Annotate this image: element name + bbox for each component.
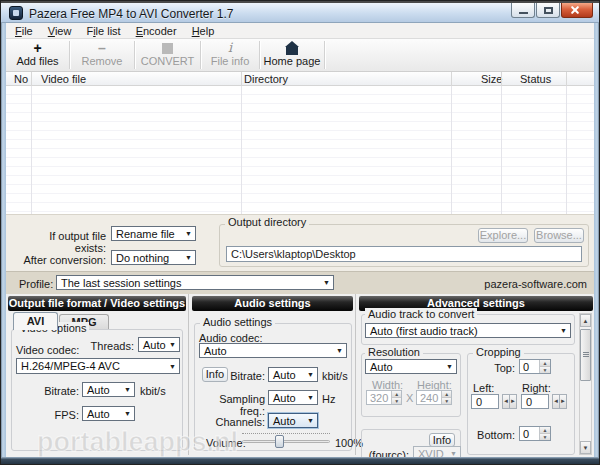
website-link[interactable]: pazera-software.com bbox=[484, 278, 587, 290]
resolution-x-label: X bbox=[406, 392, 413, 404]
volume-slider-thumb[interactable] bbox=[275, 435, 284, 448]
close-button[interactable] bbox=[561, 3, 593, 18]
height-stepper[interactable]: 240 ▲▼ bbox=[416, 390, 452, 405]
spin-down-icon[interactable]: ▼ bbox=[540, 367, 550, 373]
file-list-body[interactable] bbox=[6, 86, 596, 214]
sampling-freq-select[interactable]: Auto▼ bbox=[268, 390, 318, 405]
chevron-down-icon: ▼ bbox=[557, 324, 570, 337]
audio-track-label: Audio track to convert bbox=[365, 308, 477, 320]
maximize-icon bbox=[544, 7, 553, 14]
column-status[interactable]: Status bbox=[520, 73, 551, 85]
home-page-button[interactable]: Home page bbox=[260, 39, 324, 71]
video-codec-select[interactable]: H.264/MPEG-4 AVC▼ bbox=[16, 358, 180, 374]
threads-select[interactable]: Auto▼ bbox=[138, 337, 180, 352]
chevron-down-icon: ▼ bbox=[333, 344, 346, 357]
output-directory-input[interactable]: C:\Users\klaptop\Desktop bbox=[226, 246, 582, 262]
arrow-left-icon: ◄ bbox=[502, 394, 509, 409]
file-list-header[interactable]: No Video file Directory Size Status bbox=[6, 72, 596, 86]
app-window: Pazera Free MP4 to AVI Converter 1.7 Fil… bbox=[0, 0, 600, 465]
chevron-down-icon: ▼ bbox=[443, 360, 456, 373]
menu-file-list[interactable]: File list bbox=[81, 24, 125, 38]
chevron-down-icon: ▼ bbox=[304, 414, 317, 427]
title-bar[interactable]: Pazera Free MP4 to AVI Converter 1.7 bbox=[1, 3, 600, 23]
chevron-down-icon: ▼ bbox=[121, 383, 134, 396]
audio-settings-label: Audio settings bbox=[200, 316, 275, 328]
remove-button[interactable]: – Remove bbox=[70, 39, 134, 71]
channels-label: Channels: bbox=[209, 416, 265, 428]
sampling-freq-unit: Hz bbox=[322, 393, 335, 405]
crop-right-arrows[interactable]: ◄► bbox=[552, 394, 567, 409]
column-no[interactable]: No bbox=[14, 73, 28, 85]
advanced-scrollbar[interactable]: ▲ ▼ bbox=[579, 313, 592, 455]
channels-select[interactable]: Auto▼ bbox=[268, 413, 318, 428]
grip-icon bbox=[583, 352, 589, 357]
crop-bottom-stepper[interactable]: 0 ▲▼ bbox=[519, 426, 551, 441]
browse-button[interactable]: Browse... bbox=[534, 228, 584, 243]
file-info-button[interactable]: i File info bbox=[201, 39, 259, 71]
scroll-up-button[interactable]: ▲ bbox=[580, 314, 591, 327]
stop-square-icon bbox=[162, 43, 173, 54]
minimize-button[interactable] bbox=[511, 3, 535, 18]
profile-label: Profile: bbox=[19, 278, 53, 290]
spin-down-icon[interactable]: ▼ bbox=[540, 434, 550, 440]
explore-button[interactable]: Explore... bbox=[478, 228, 528, 243]
fourcc-info-button[interactable]: Info bbox=[429, 433, 455, 447]
audio-panel-header: Audio settings bbox=[192, 296, 353, 311]
spin-up-icon[interactable]: ▲ bbox=[392, 391, 401, 398]
menu-help[interactable]: Help bbox=[187, 24, 220, 38]
volume-label: Volume: bbox=[206, 437, 246, 449]
scrollbar-thumb[interactable] bbox=[580, 329, 591, 381]
menu-file[interactable]: File bbox=[10, 24, 38, 38]
audio-codec-select[interactable]: Auto▼ bbox=[199, 343, 347, 358]
maximize-button[interactable] bbox=[536, 3, 560, 18]
toolbar-separator bbox=[324, 41, 325, 69]
audio-track-select[interactable]: Auto (first audio track)▼ bbox=[365, 323, 571, 338]
column-size[interactable]: Size bbox=[481, 73, 502, 85]
fps-label: FPS: bbox=[35, 409, 79, 421]
add-files-button[interactable]: + Add files bbox=[6, 39, 69, 71]
audio-bitrate-unit: kbit/s bbox=[322, 370, 348, 382]
spin-up-icon[interactable]: ▲ bbox=[540, 427, 550, 434]
resolution-select[interactable]: Auto▼ bbox=[365, 359, 457, 374]
profile-select[interactable]: The last session settings▼ bbox=[56, 275, 334, 290]
tab-avi[interactable]: AVI bbox=[13, 312, 58, 330]
video-bitrate-select[interactable]: Auto▼ bbox=[82, 382, 135, 397]
after-conversion-select[interactable]: Do nothing▼ bbox=[111, 250, 196, 265]
volume-slider-track[interactable] bbox=[242, 440, 330, 443]
menu-view[interactable]: View bbox=[43, 24, 77, 38]
volume-value: 100% bbox=[335, 437, 363, 449]
spin-up-icon[interactable]: ▲ bbox=[442, 391, 451, 398]
plus-icon: + bbox=[33, 43, 41, 53]
crop-right-input[interactable]: 0 bbox=[521, 394, 549, 409]
toolbar: + Add files – Remove CONVERT i File info… bbox=[6, 39, 596, 72]
chevron-down-icon: ▼ bbox=[166, 338, 179, 351]
crop-top-stepper[interactable]: 0 ▲▼ bbox=[519, 359, 551, 374]
crop-bottom-label: Bottom: bbox=[471, 429, 515, 441]
crop-left-label: Left: bbox=[473, 382, 494, 394]
column-video-file[interactable]: Video file bbox=[41, 73, 86, 85]
if-output-exists-select[interactable]: Rename file▼ bbox=[111, 226, 196, 241]
video-bitrate-unit: kbit/s bbox=[140, 385, 166, 397]
width-stepper[interactable]: 320 ▲▼ bbox=[366, 390, 402, 405]
audio-info-button[interactable]: Info bbox=[202, 367, 228, 382]
column-directory[interactable]: Directory bbox=[244, 73, 288, 85]
spin-down-icon[interactable]: ▼ bbox=[442, 398, 451, 404]
after-conversion-label: After conversion: bbox=[16, 254, 106, 266]
window-right-border bbox=[594, 23, 599, 457]
crop-left-arrows[interactable]: ◄► bbox=[502, 394, 517, 409]
menu-encoder[interactable]: Encoder bbox=[131, 24, 182, 38]
convert-button[interactable]: CONVERT bbox=[135, 39, 200, 71]
scroll-down-button[interactable]: ▼ bbox=[580, 441, 591, 454]
spin-up-icon[interactable]: ▲ bbox=[540, 360, 550, 367]
window-bottom-border bbox=[1, 457, 600, 465]
threads-label: Threads: bbox=[89, 340, 134, 352]
fps-select[interactable]: Auto▼ bbox=[82, 406, 135, 421]
info-italic-icon: i bbox=[228, 43, 232, 53]
home-icon bbox=[286, 47, 298, 55]
crop-left-input[interactable]: 0 bbox=[471, 394, 499, 409]
chevron-down-icon: ▼ bbox=[304, 368, 317, 381]
audio-bitrate-select[interactable]: Auto▼ bbox=[268, 367, 318, 382]
output-directory-label: Output directory bbox=[225, 216, 309, 228]
sampling-freq-label: Sampling freq.: bbox=[192, 393, 265, 417]
spin-down-icon[interactable]: ▼ bbox=[392, 398, 401, 404]
